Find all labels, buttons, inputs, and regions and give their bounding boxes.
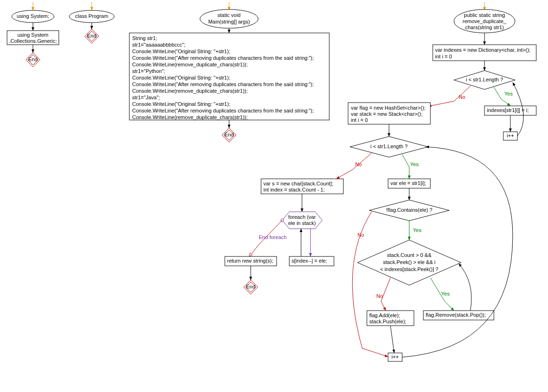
label-coll-gen-2: .Collections.Generic; — [9, 38, 57, 44]
svg-text:!flag.Contains(ele) ?: !flag.Contains(ele) ? — [386, 207, 432, 213]
node-end-1: End — [26, 53, 40, 67]
svg-text:End: End — [224, 132, 234, 137]
group-using-system: using System; using System .Collections.… — [7, 2, 59, 67]
label-coll-gen-1: using System — [17, 32, 48, 38]
svg-text:stack.Count > 0 &&: stack.Count > 0 && — [387, 252, 432, 258]
svg-text:var stack = new Stack<char>();: var stack = new Stack<char>(); — [351, 111, 422, 117]
svg-text:public static string: public static string — [464, 12, 505, 18]
node-end-3: End — [222, 128, 236, 142]
svg-text:int i = 0: int i = 0 — [435, 54, 452, 59]
svg-text:ele in stack): ele in stack) — [288, 220, 316, 226]
svg-text:chars(string str1): chars(string str1) — [465, 24, 504, 30]
svg-text:i++: i++ — [391, 354, 398, 360]
svg-text:Console.WriteLine(remove_dupli: Console.WriteLine(remove_duplicate_chars… — [132, 62, 248, 67]
label-yes-2: Yes — [410, 161, 419, 167]
label-end-foreach: End foreach — [259, 234, 286, 240]
svg-text:return new string(s);: return new string(s); — [227, 258, 273, 264]
group-class-program: class Program End — [69, 2, 114, 43]
label-yes-1: Yes — [504, 91, 513, 96]
label-yes-3: Yes — [413, 227, 421, 233]
label-main-h2: Main(string[] args) — [208, 19, 250, 24]
label-main-h1: static void — [218, 12, 241, 18]
svg-text:Console.WriteLine("After remov: Console.WriteLine("After removing duplic… — [132, 81, 314, 87]
svg-text:Console.WriteLine("After remov: Console.WriteLine("After removing duplic… — [132, 55, 314, 61]
group-main: static void Main(string[] args) String s… — [129, 2, 329, 142]
svg-text:i < str1.Length ?: i < str1.Length ? — [466, 77, 503, 82]
svg-text:foreach (var: foreach (var — [288, 214, 316, 220]
svg-text:var s = new char[stack.Count];: var s = new char[stack.Count]; — [263, 181, 333, 186]
svg-text:flag.Remove(stack.Pop());: flag.Remove(stack.Pop()); — [426, 312, 486, 318]
node-end-4: End — [244, 280, 258, 294]
label-using-system: using System; — [16, 13, 49, 19]
svg-text:End: End — [28, 56, 38, 62]
svg-text:Console.WriteLine("After remov: Console.WriteLine("After removing duplic… — [132, 108, 314, 113]
svg-text:i++: i++ — [507, 133, 514, 138]
svg-text:var indexes = new Dictionary<c: var indexes = new Dictionary<char, int>(… — [435, 47, 531, 53]
svg-text:Console.WriteLine("Original St: Console.WriteLine("Original String: "+st… — [132, 101, 230, 107]
svg-text:int index = stack.Count - 1;: int index = stack.Count - 1; — [263, 187, 325, 192]
label-no-2: No — [355, 161, 362, 167]
svg-text:stack.Push(ele);: stack.Push(ele); — [369, 319, 406, 324]
svg-text:End: End — [87, 33, 96, 39]
svg-text:stack.Peek() > ele && i: stack.Peek() > ele && i — [383, 259, 436, 265]
svg-text:remove_duplicate_: remove_duplicate_ — [463, 18, 507, 24]
svg-text:flag.Add(ele);: flag.Add(ele); — [369, 312, 400, 318]
svg-text:Console.WriteLine("Original St: Console.WriteLine("Original String: "+st… — [132, 48, 230, 54]
svg-text:String str1;: String str1; — [132, 35, 157, 41]
svg-text:str1="Python";: str1="Python"; — [132, 68, 165, 74]
svg-text:Console.WriteLine(remove_dupli: Console.WriteLine(remove_duplicate_chars… — [132, 88, 248, 94]
svg-text:Console.WriteLine(remove_dupli: Console.WriteLine(remove_duplicate_chars… — [132, 114, 248, 120]
label-no-4: No — [376, 293, 383, 299]
svg-text:str1="aaaaaabbbbccc";: str1="aaaaaabbbbccc"; — [132, 42, 185, 48]
svg-text:var ele = str1[i];: var ele = str1[i]; — [390, 180, 426, 186]
label-no-1: No — [459, 94, 465, 100]
label-yes-4: Yes — [441, 291, 450, 296]
svg-text:< indexes[stack.Peek()] ?: < indexes[stack.Peek()] ? — [380, 266, 438, 272]
svg-text:var flag = new HashSet<char>(): var flag = new HashSet<char>(); — [351, 105, 426, 111]
label-class-program: class Program — [75, 13, 108, 19]
svg-text:int i = 0: int i = 0 — [351, 117, 368, 123]
label-no-3: No — [357, 232, 364, 238]
svg-text:i < str1.Length ?: i < str1.Length ? — [370, 144, 407, 149]
svg-text:Console.WriteLine("Original St: Console.WriteLine("Original String: "+st… — [132, 75, 230, 80]
svg-text:s[index--] = ele;: s[index--] = ele; — [292, 258, 327, 264]
svg-text:str1="Java";: str1="Java"; — [132, 95, 160, 100]
node-end-2: End — [85, 29, 99, 43]
svg-text:End: End — [246, 284, 255, 289]
